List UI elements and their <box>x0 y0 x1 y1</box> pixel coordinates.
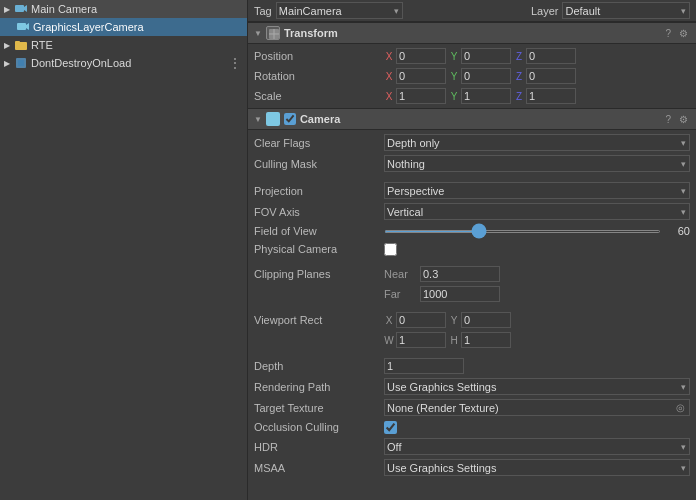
position-x-input[interactable] <box>396 48 446 64</box>
hierarchy-panel: ▶ Main Camera GraphicsLayerCamera ▶ RTE <box>0 0 248 500</box>
projection-select[interactable]: Perspective <box>384 182 690 199</box>
transform-properties: Position X Y Z Rotation <box>248 44 696 108</box>
svg-rect-11 <box>267 115 276 122</box>
clear-flags-dropdown-wrapper[interactable]: Depth only <box>384 134 690 151</box>
transform-title: Transform <box>284 27 664 39</box>
camera-enabled-checkbox[interactable] <box>284 113 296 125</box>
fov-axis-select[interactable]: Vertical <box>384 203 690 220</box>
clear-flags-row: Clear Flags Depth only <box>248 132 696 153</box>
rotation-x-field: X <box>384 68 446 84</box>
tag-label: Tag <box>254 5 272 17</box>
rotation-z-input[interactable] <box>526 68 576 84</box>
viewport-rect-label: Viewport Rect <box>254 314 384 326</box>
vp-y-field: Y <box>449 312 511 328</box>
target-texture-row: Target Texture None (Render Texture) ◎ <box>248 397 696 418</box>
msaa-label: MSAA <box>254 462 384 474</box>
far-input[interactable] <box>420 286 500 302</box>
svg-rect-2 <box>17 23 26 30</box>
rendering-path-row: Rendering Path Use Graphics Settings <box>248 376 696 397</box>
layer-select[interactable]: Default <box>562 2 690 19</box>
physical-camera-checkbox[interactable] <box>384 243 397 256</box>
svg-rect-0 <box>15 5 24 12</box>
hierarchy-item-graphics-layer-camera[interactable]: GraphicsLayerCamera <box>0 18 247 36</box>
transform-help-btn[interactable]: ? <box>663 28 673 39</box>
culling-mask-label: Culling Mask <box>254 158 384 170</box>
arrow-icon: ▶ <box>4 5 14 14</box>
context-menu-icon[interactable]: ⋮ <box>227 56 243 70</box>
hdr-select[interactable]: Off <box>384 438 690 455</box>
tag-dropdown-wrapper[interactable]: MainCamera <box>276 2 404 19</box>
camera-settings-btn[interactable]: ⚙ <box>677 114 690 125</box>
camera-properties: Clear Flags Depth only Culling Mask Noth… <box>248 130 696 480</box>
position-z-field: Z <box>514 48 576 64</box>
hierarchy-item-label: RTE <box>31 39 53 51</box>
culling-mask-select[interactable]: Nothing <box>384 155 690 172</box>
layer-label: Layer <box>531 5 559 17</box>
near-label: Near <box>384 268 414 280</box>
scale-y-input[interactable] <box>461 88 511 104</box>
arrow-icon: ▶ <box>4 59 14 68</box>
hierarchy-item-label: GraphicsLayerCamera <box>33 21 144 33</box>
culling-mask-dropdown-wrapper[interactable]: Nothing <box>384 155 690 172</box>
target-texture-select-btn[interactable]: ◎ <box>674 402 687 413</box>
vp-x-field: X <box>384 312 446 328</box>
fov-slider[interactable] <box>384 230 661 233</box>
rotation-z-field: Z <box>514 68 576 84</box>
scale-z-field: Z <box>514 88 576 104</box>
rotation-y-input[interactable] <box>461 68 511 84</box>
fov-value: 60 <box>665 225 690 237</box>
culling-mask-row: Culling Mask Nothing <box>248 153 696 174</box>
projection-row: Projection Perspective <box>248 180 696 201</box>
inspector-panel: Tag MainCamera Layer Default ▼ Transform… <box>248 0 696 500</box>
fov-axis-dropdown-wrapper[interactable]: Vertical <box>384 203 690 220</box>
camera-section-header: ▼ Camera ? ⚙ <box>248 108 696 130</box>
clear-flags-select[interactable]: Depth only <box>384 134 690 151</box>
hierarchy-item-main-camera[interactable]: ▶ Main Camera <box>0 0 247 18</box>
rotation-row: Rotation X Y Z <box>248 66 696 86</box>
vp-w-input[interactable] <box>396 332 446 348</box>
fov-axis-row: FOV Axis Vertical <box>248 201 696 222</box>
position-x-field: X <box>384 48 446 64</box>
scale-label: Scale <box>254 90 384 102</box>
hierarchy-item-rte[interactable]: ▶ RTE <box>0 36 247 54</box>
camera-component-icon <box>266 112 280 126</box>
rendering-path-dropdown-wrapper[interactable]: Use Graphics Settings <box>384 378 690 395</box>
position-z-input[interactable] <box>526 48 576 64</box>
arrow-icon: ▶ <box>4 41 14 50</box>
transform-section-header: ▼ Transform ? ⚙ <box>248 22 696 44</box>
hierarchy-item-dont-destroy[interactable]: ▶ DontDestroyOnLoad ⋮ <box>0 54 247 72</box>
hierarchy-item-label: DontDestroyOnLoad <box>31 57 131 69</box>
position-y-field: Y <box>449 48 511 64</box>
camera-sub-icon <box>16 20 30 34</box>
tag-select[interactable]: MainCamera <box>276 2 404 19</box>
depth-input[interactable] <box>384 358 464 374</box>
occlusion-culling-checkbox[interactable] <box>384 421 397 434</box>
target-texture-value-box: None (Render Texture) ◎ <box>384 399 690 416</box>
position-y-input[interactable] <box>461 48 511 64</box>
far-label: Far <box>384 288 414 300</box>
rendering-path-select[interactable]: Use Graphics Settings <box>384 378 690 395</box>
scale-z-input[interactable] <box>526 88 576 104</box>
rotation-label: Rotation <box>254 70 384 82</box>
clipping-near-row: Clipping Planes Near <box>248 264 696 284</box>
transform-component-icon <box>266 26 280 40</box>
vp-x-input[interactable] <box>396 312 446 328</box>
rotation-x-input[interactable] <box>396 68 446 84</box>
near-input[interactable] <box>420 266 500 282</box>
scale-x-input[interactable] <box>396 88 446 104</box>
hdr-label: HDR <box>254 441 384 453</box>
scale-row: Scale X Y Z <box>248 86 696 106</box>
hdr-dropdown-wrapper[interactable]: Off <box>384 438 690 455</box>
clipping-planes-label: Clipping Planes <box>254 268 330 280</box>
vp-h-input[interactable] <box>461 332 511 348</box>
vp-y-input[interactable] <box>461 312 511 328</box>
viewport-rect-row2: W H <box>248 330 696 350</box>
transform-settings-btn[interactable]: ⚙ <box>677 28 690 39</box>
svg-marker-3 <box>26 23 29 30</box>
msaa-select[interactable]: Use Graphics Settings <box>384 459 690 476</box>
projection-dropdown-wrapper[interactable]: Perspective <box>384 182 690 199</box>
layer-dropdown-wrapper[interactable]: Default <box>562 2 690 19</box>
clipping-far-row: Far <box>248 284 696 304</box>
msaa-dropdown-wrapper[interactable]: Use Graphics Settings <box>384 459 690 476</box>
camera-help-btn[interactable]: ? <box>663 114 673 125</box>
